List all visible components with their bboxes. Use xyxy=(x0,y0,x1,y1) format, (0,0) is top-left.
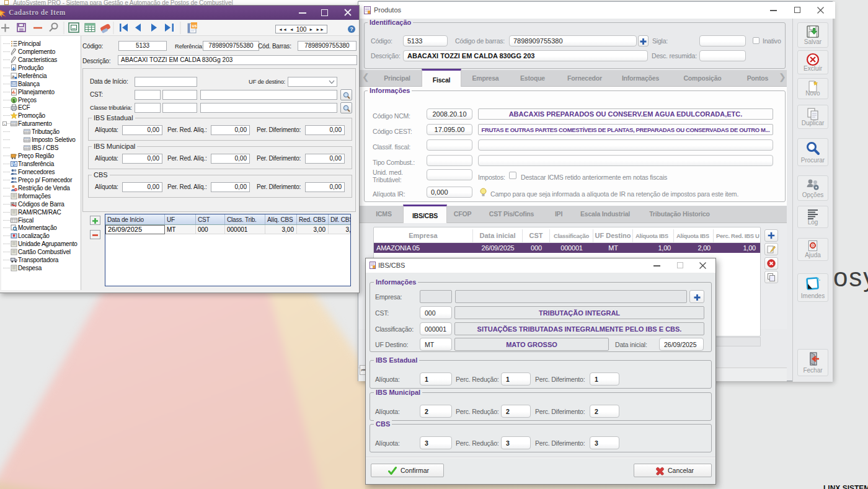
svg-text:us: us xyxy=(192,24,197,28)
